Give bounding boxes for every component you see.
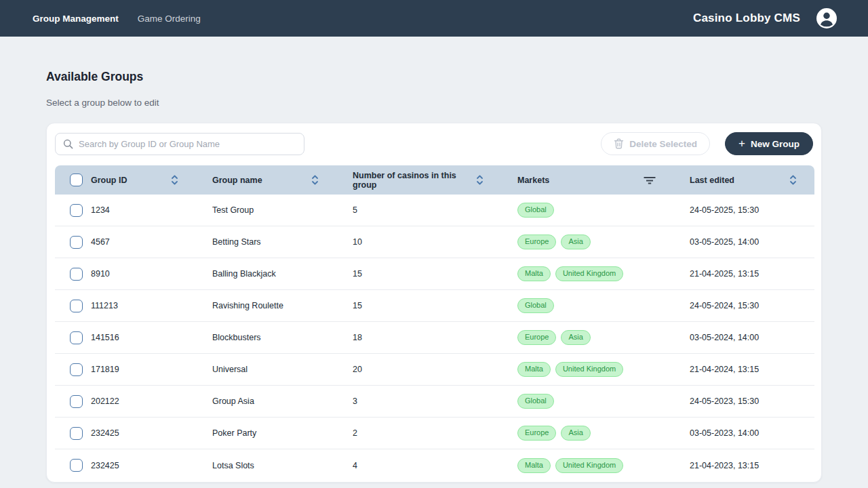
page-subtitle: Select a group below to edit bbox=[46, 98, 822, 108]
market-tag: Asia bbox=[561, 330, 590, 345]
user-avatar-icon[interactable] bbox=[816, 8, 837, 28]
table-row[interactable]: 232425 Poker Party 2 EuropeAsia 03-05-20… bbox=[55, 418, 814, 449]
cell-markets: MaltaUnited Kingdom bbox=[517, 362, 690, 377]
market-tag: Asia bbox=[561, 235, 590, 249]
cell-last-edited: 21-04-2024, 13:15 bbox=[690, 365, 814, 374]
cell-group-name: Group Asia bbox=[212, 396, 353, 406]
column-header-casino-count[interactable]: Number of casinos in this group bbox=[353, 165, 517, 195]
market-tag: Europe bbox=[517, 235, 556, 249]
table-row[interactable]: 141516 Blockbusters 18 EuropeAsia 03-05-… bbox=[55, 322, 814, 354]
market-tag: Europe bbox=[517, 426, 556, 441]
sort-icon bbox=[311, 174, 319, 186]
filter-icon bbox=[644, 176, 656, 184]
cell-group-name: Balling Blackjack bbox=[212, 269, 353, 279]
plus-icon: + bbox=[738, 138, 745, 149]
delete-selected-button[interactable]: Delete Selected bbox=[601, 132, 710, 155]
cell-markets: Global bbox=[517, 394, 690, 409]
search-icon bbox=[63, 139, 73, 149]
search-field-wrap bbox=[55, 133, 304, 155]
row-checkbox[interactable] bbox=[70, 331, 83, 344]
table-row[interactable]: 4567 Betting Stars 10 EuropeAsia 03-05-2… bbox=[55, 226, 814, 258]
card-toolbar: Delete Selected + New Group bbox=[55, 132, 813, 155]
row-checkbox[interactable] bbox=[70, 300, 83, 312]
cell-group-name: Universal bbox=[212, 365, 353, 374]
table-row[interactable]: 111213 Ravishing Roulette 15 Global 24-0… bbox=[55, 290, 814, 322]
row-checkbox[interactable] bbox=[70, 427, 83, 440]
cell-last-edited: 03-05-2024, 14:00 bbox=[690, 333, 814, 342]
cell-casino-count: 5 bbox=[353, 205, 517, 215]
row-checkbox[interactable] bbox=[70, 363, 83, 376]
column-header-group-id[interactable]: Group ID bbox=[91, 165, 212, 195]
table-row[interactable]: 1234 Test Group 5 Global 24-05-2025, 15:… bbox=[55, 195, 814, 226]
cell-group-name: Betting Stars bbox=[212, 237, 353, 247]
column-header-markets[interactable]: Markets bbox=[517, 165, 690, 195]
cell-markets: MaltaUnited Kingdom bbox=[517, 458, 690, 473]
cell-group-id: 232425 bbox=[91, 428, 212, 438]
cell-group-name: Ravishing Roulette bbox=[212, 301, 353, 310]
cell-group-name: Blockbusters bbox=[212, 333, 353, 342]
main-content: Available Groups Select a group below to… bbox=[0, 37, 868, 483]
delete-selected-label: Delete Selected bbox=[629, 139, 697, 149]
cell-markets: EuropeAsia bbox=[517, 426, 690, 441]
cell-group-id: 1234 bbox=[91, 205, 212, 215]
row-checkbox[interactable] bbox=[70, 395, 83, 408]
new-group-label: New Group bbox=[751, 139, 800, 149]
app-title: Casino Lobby CMS bbox=[693, 12, 800, 25]
nav-item-group-management[interactable]: Group Management bbox=[33, 14, 119, 24]
cell-group-name: Lotsa Slots bbox=[212, 461, 353, 470]
cell-markets: EuropeAsia bbox=[517, 235, 690, 249]
cell-group-id: 4567 bbox=[91, 237, 212, 247]
table-row[interactable]: 202122 Group Asia 3 Global 24-05-2023, 1… bbox=[55, 386, 814, 418]
market-tag: Global bbox=[517, 394, 554, 409]
page-title: Available Groups bbox=[46, 70, 822, 84]
row-checkbox[interactable] bbox=[70, 236, 83, 249]
table-row[interactable]: 232425 Lotsa Slots 4 MaltaUnited Kingdom… bbox=[55, 449, 814, 481]
search-input[interactable] bbox=[55, 133, 304, 155]
market-tag: Europe bbox=[517, 330, 556, 345]
cell-last-edited: 03-05-2023, 14:00 bbox=[690, 428, 814, 438]
cell-group-id: 171819 bbox=[91, 365, 212, 374]
cell-last-edited: 21-04-2023, 13:15 bbox=[690, 461, 814, 470]
main-nav: Group Management Game Ordering bbox=[33, 14, 201, 24]
market-tag: Malta bbox=[517, 362, 551, 377]
cell-casino-count: 3 bbox=[353, 396, 517, 406]
table-row[interactable]: 171819 Universal 20 MaltaUnited Kingdom … bbox=[55, 354, 814, 386]
select-all-checkbox[interactable] bbox=[70, 174, 83, 186]
cell-markets: Global bbox=[517, 298, 690, 313]
sort-icon bbox=[476, 174, 484, 186]
market-tag: Global bbox=[517, 298, 554, 313]
market-tag: United Kingdom bbox=[555, 362, 623, 377]
cell-casino-count: 10 bbox=[353, 237, 517, 247]
row-checkbox[interactable] bbox=[70, 204, 83, 217]
row-checkbox[interactable] bbox=[70, 459, 83, 472]
cell-group-id: 232425 bbox=[91, 461, 212, 470]
market-tag: Global bbox=[517, 203, 554, 218]
new-group-button[interactable]: + New Group bbox=[725, 132, 813, 155]
table-row[interactable]: 8910 Balling Blackjack 15 MaltaUnited Ki… bbox=[55, 258, 814, 290]
cell-casino-count: 18 bbox=[353, 333, 517, 342]
topbar: Group Management Game Ordering Casino Lo… bbox=[0, 0, 868, 37]
cell-group-name: Test Group bbox=[212, 205, 353, 215]
cell-casino-count: 2 bbox=[353, 428, 517, 438]
cell-group-id: 8910 bbox=[91, 269, 212, 279]
table-header-row: Group ID Group name bbox=[55, 165, 814, 195]
nav-item-game-ordering[interactable]: Game Ordering bbox=[138, 14, 201, 24]
market-tag: Asia bbox=[561, 426, 590, 441]
sort-icon bbox=[171, 174, 178, 186]
cell-group-name: Poker Party bbox=[212, 428, 353, 438]
column-header-group-name[interactable]: Group name bbox=[212, 165, 353, 195]
cell-group-id: 202122 bbox=[91, 396, 212, 406]
row-checkbox[interactable] bbox=[70, 268, 83, 281]
market-tag: Malta bbox=[517, 266, 551, 281]
cell-markets: MaltaUnited Kingdom bbox=[517, 266, 690, 281]
cell-last-edited: 21-04-2025, 13:15 bbox=[690, 269, 814, 279]
market-tag: Malta bbox=[517, 458, 551, 473]
column-header-last-edited[interactable]: Last edited bbox=[690, 165, 814, 195]
cell-casino-count: 20 bbox=[353, 365, 517, 374]
cell-last-edited: 03-05-2025, 14:00 bbox=[690, 237, 814, 247]
cell-markets: Global bbox=[517, 203, 690, 218]
market-tag: United Kingdom bbox=[555, 266, 623, 281]
table-body: 1234 Test Group 5 Global 24-05-2025, 15:… bbox=[55, 195, 814, 481]
groups-table: Group ID Group name bbox=[55, 165, 814, 481]
cell-casino-count: 15 bbox=[353, 301, 517, 310]
